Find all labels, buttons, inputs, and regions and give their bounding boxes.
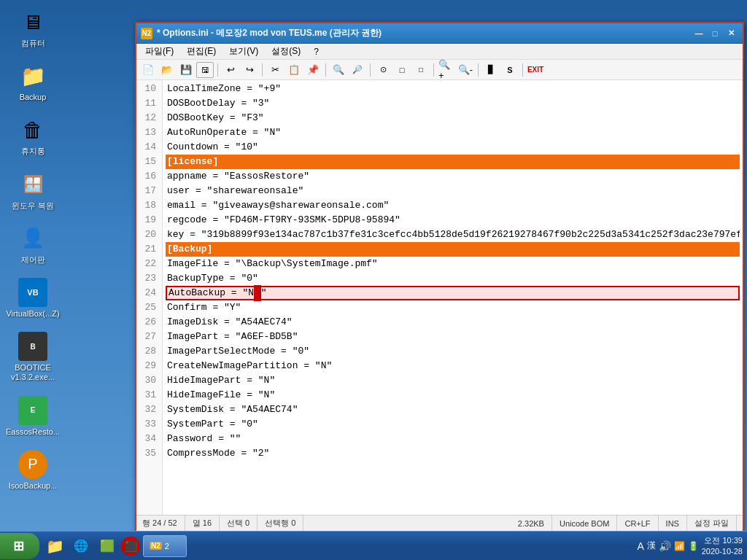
toolbar-cut[interactable]: ✂ (266, 62, 284, 78)
taskbar-tasks: N2 2 (143, 535, 630, 557)
desktop-icon-isobackup[interactable]: P IsooBackup... (7, 450, 58, 491)
bootice-icon: B (18, 332, 47, 361)
code-line-24: AutoBackup = "N " (166, 286, 740, 300)
menu-settings[interactable]: 설정(S) (266, 44, 306, 59)
toolbar-btn2[interactable]: □ (393, 62, 411, 78)
toolbar-block[interactable]: ▊ (482, 62, 500, 78)
maximize-button[interactable]: □ (708, 27, 722, 40)
desktop-icon-backup[interactable]: 📁 Backup (7, 61, 58, 102)
taskbar-app3-icon[interactable]: 🟩 (95, 534, 120, 559)
virtualbox-label: VirtualBox(...Z) (6, 309, 59, 319)
taskbar-task-notepad[interactable]: N2 2 (143, 535, 187, 557)
recycle-label: 휴지통 (21, 147, 45, 156)
code-line-31: HideImageFile = "N" (166, 388, 740, 402)
desktop-icon-eassos[interactable]: E EassosResto... (7, 396, 58, 437)
tray-volume-icon[interactable]: 🔊 (659, 540, 671, 552)
window-title: * Options.ini - 메모장2 mod von TEUS.me (관리… (157, 27, 692, 39)
tray-battery-icon[interactable]: 🔋 (688, 541, 699, 551)
text-cursor (254, 285, 261, 302)
taskbar-stop-icon[interactable]: ⬛ (121, 537, 140, 556)
code-line-25: Confirm = "Y" (166, 300, 740, 315)
toolbar-save[interactable]: 💾 (177, 62, 195, 78)
toolbar-s[interactable]: S (501, 62, 519, 78)
start-button[interactable]: ⊞ (0, 533, 39, 559)
toolbar-undo[interactable]: ↩ (222, 62, 239, 78)
backup-folder-icon: 📁 (18, 61, 47, 90)
code-line-28: ImagePartSelectMode = "0" (166, 344, 740, 359)
code-line-29: CreateNewImagePartition = "N" (166, 359, 740, 373)
isobackup-icon: P (18, 450, 47, 479)
tray-ime-icon[interactable]: 漢 (647, 540, 656, 552)
bootice-label: BOOTICE v1.3.2.exe... (7, 363, 58, 382)
computer-icon: 🖥 (18, 7, 47, 36)
code-line-19: regcode = "FD46M-FT9RY-93SMK-5DPU8-95894… (166, 213, 740, 228)
eassos-label: EassosResto... (6, 427, 60, 437)
tray-time[interactable]: 오전 10:39 2020-10-28 (702, 535, 743, 556)
toolbar-separator-1 (217, 63, 218, 77)
status-selection: 선택 0 (220, 516, 258, 531)
tray-network-icon[interactable]: 📶 (674, 541, 685, 551)
code-line-30: HideImagePart = "N" (166, 373, 740, 388)
code-line-13: AutoRunOperate = "N" (166, 125, 740, 140)
status-position: 행 24 / 52 (142, 516, 185, 531)
toolbar-open[interactable]: 📂 (158, 62, 176, 78)
toolbar-btn3[interactable]: □ (412, 62, 430, 78)
editor-area[interactable]: 1011121314 1516171819 2021222324 2526272… (136, 80, 743, 515)
isobackup-label: IsooBackup... (9, 481, 58, 491)
taskbar-task-label: 2 (165, 542, 169, 551)
status-selection2: 선택행 0 (258, 516, 303, 531)
status-column: 열 16 (185, 516, 220, 531)
toolbar-paste[interactable]: 📌 (304, 62, 322, 78)
code-line-34: Password = "" (166, 432, 740, 446)
desktop-icon-virtualbox[interactable]: VB VirtualBox(...Z) (7, 278, 58, 319)
code-line-27: ImagePart = "A6EF-BD5B" (166, 330, 740, 344)
taskbar-ie-icon[interactable]: 🌐 (69, 534, 93, 559)
code-line-23: BackupType = "0" (166, 271, 740, 286)
toolbar-find[interactable]: 🔍 (330, 62, 347, 78)
desktop-icon-recycle[interactable]: 🗑 휴지통 (7, 115, 58, 156)
code-line-26: ImageDisk = "A54AEC74" (166, 315, 740, 330)
toolbar-new[interactable]: 📄 (139, 62, 157, 78)
desktop-icon-windows-restore[interactable]: 🪟 윈도우 복원 (7, 170, 58, 211)
taskbar-tray: A 漢 🔊 📶 🔋 오전 10:39 2020-10-28 (632, 535, 747, 556)
control-panel-label: 제어판 (21, 255, 45, 265)
notepad-title-icon: N2 (141, 28, 152, 39)
eassos-icon: E (18, 396, 47, 425)
desktop-icon-control-panel[interactable]: 👤 제어판 (7, 224, 58, 265)
notepad-window: N2 * Options.ini - 메모장2 mod von TEUS.me … (135, 22, 744, 532)
toolbar-zoom-out[interactable]: 🔍- (457, 62, 474, 78)
toolbar-btn1[interactable]: ⊙ (374, 62, 392, 78)
taskbar-programs: 📁 🌐 🟩 ⬛ (42, 534, 140, 559)
toolbar-save2[interactable]: 🖫 (196, 62, 214, 78)
tray-time-value: 오전 10:39 (702, 535, 743, 545)
tray-keyboard-icon[interactable]: A (637, 540, 643, 552)
toolbar-replace[interactable]: 🔎 (349, 62, 366, 78)
taskbar-task-icon: N2 (150, 542, 162, 550)
menu-help[interactable]: ? (308, 45, 325, 58)
toolbar-copy[interactable]: 📋 (285, 62, 303, 78)
desktop-icon-bootice[interactable]: B BOOTICE v1.3.2.exe... (7, 332, 58, 382)
toolbar-exit[interactable]: EXIT (527, 62, 544, 78)
code-line-18: email = "giveaways@sharewareonsale.com" (166, 198, 740, 213)
toolbar-redo[interactable]: ↪ (241, 62, 258, 78)
computer-label: 컴퓨터 (21, 39, 45, 48)
windows-restore-icon: 🪟 (18, 170, 47, 199)
minimize-button[interactable]: — (692, 27, 706, 40)
menu-view[interactable]: 보기(V) (223, 44, 264, 59)
editor-content[interactable]: LocalTimeZone = "+9" DOSBootDelay = "3" … (163, 80, 743, 515)
virtualbox-icon: VB (18, 278, 47, 307)
code-line-16: appname = "EassosRestore" (166, 169, 740, 184)
code-line-15: [license] (166, 155, 740, 169)
recycle-bin-icon: 🗑 (18, 115, 47, 144)
menu-file[interactable]: 파일(F) (139, 44, 179, 59)
toolbar-separator-3 (325, 63, 326, 77)
toolbar-separator-2 (262, 63, 263, 77)
taskbar-explorer-icon[interactable]: 📁 (42, 534, 67, 559)
menu-edit[interactable]: 편집(E) (181, 44, 222, 59)
close-button[interactable]: ✕ (724, 27, 738, 40)
toolbar-zoom-in[interactable]: 🔍+ (438, 62, 455, 78)
toolbar-separator-7 (522, 63, 523, 77)
windows-logo-icon: ⊞ (13, 538, 24, 554)
window-toolbar: 📄 📂 💾 🖫 ↩ ↪ ✂ 📋 📌 🔍 🔎 ⊙ □ □ 🔍+ 🔍- ▊ S (136, 60, 743, 80)
desktop-icon-computer[interactable]: 🖥 컴퓨터 (7, 7, 58, 48)
